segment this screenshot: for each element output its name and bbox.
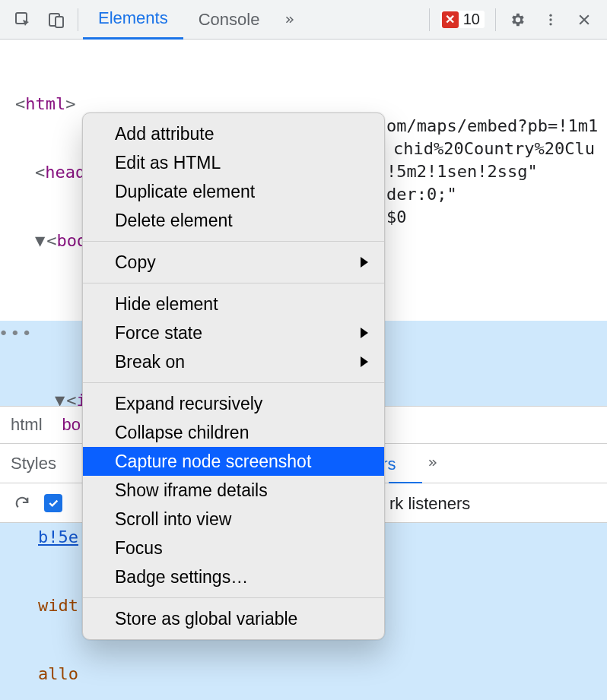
- chevron-right-icon: [360, 257, 369, 268]
- code-fragment: $0: [386, 207, 407, 226]
- menu-capture-node-screenshot[interactable]: Capture node screenshot: [83, 447, 384, 476]
- tab-elements-label: Elements: [98, 8, 168, 28]
- menu-scroll-into-view[interactable]: Scroll into view: [83, 505, 384, 534]
- reload-icon[interactable]: [11, 492, 33, 515]
- tab-styles[interactable]: Styles: [11, 444, 56, 483]
- menu-copy[interactable]: Copy: [83, 248, 384, 277]
- crumb-item[interactable]: bo: [62, 415, 81, 435]
- error-badge[interactable]: ✕ 10: [440, 11, 485, 28]
- close-icon[interactable]: [570, 6, 598, 33]
- code-fragment: !5m2!1sen!2ssg": [386, 162, 538, 181]
- error-count: 10: [463, 11, 480, 28]
- menu-duplicate-element[interactable]: Duplicate element: [83, 177, 384, 206]
- menu-force-state[interactable]: Force state: [83, 318, 384, 347]
- menu-force-state-label: Force state: [115, 323, 202, 344]
- crumb-item[interactable]: html: [11, 415, 43, 435]
- code-fragment: om/maps/embed?pb=!1m1: [386, 116, 598, 135]
- gear-icon[interactable]: [504, 6, 531, 33]
- menu-expand-recursively[interactable]: Expand recursively: [83, 389, 384, 418]
- tab-elements[interactable]: Elements: [83, 0, 183, 40]
- menu-break-on-label: Break on: [115, 352, 185, 372]
- menu-badge-settings[interactable]: Badge settings…: [83, 562, 384, 591]
- menu-collapse-children[interactable]: Collapse children: [83, 418, 384, 447]
- menu-separator: [83, 283, 384, 283]
- code-fragment: chid%20Country%20Clu: [393, 139, 595, 158]
- device-toggle-icon[interactable]: [43, 6, 70, 33]
- menu-break-on[interactable]: Break on: [83, 347, 384, 376]
- tab-console-label: Console: [199, 10, 260, 30]
- ancestors-checkbox[interactable]: [44, 494, 62, 512]
- kebab-icon[interactable]: [537, 6, 564, 33]
- menu-separator: [83, 597, 384, 598]
- svg-rect-2: [56, 17, 63, 27]
- chevron-right-icon: [360, 328, 369, 338]
- context-menu: Add attribute Edit as HTML Duplicate ele…: [82, 112, 385, 640]
- ellipsis-icon: •••: [0, 322, 33, 345]
- tab-console[interactable]: Console: [183, 0, 275, 40]
- code-fragment: der:0;": [386, 185, 457, 204]
- svg-point-3: [549, 14, 551, 16]
- framework-listeners-fragment: rk listeners: [389, 494, 470, 514]
- svg-point-4: [549, 18, 551, 21]
- menu-separator: [83, 241, 384, 242]
- menu-focus[interactable]: Focus: [83, 534, 384, 562]
- error-icon: ✕: [442, 11, 459, 28]
- menu-hide-element[interactable]: Hide element: [83, 290, 384, 318]
- more-tabs-icon[interactable]: [278, 6, 305, 33]
- menu-edit-as-html[interactable]: Edit as HTML: [83, 148, 384, 177]
- menu-add-attribute[interactable]: Add attribute: [83, 119, 384, 148]
- chevron-right-icon: [360, 356, 369, 367]
- more-tabs-icon[interactable]: [427, 455, 441, 474]
- menu-delete-element[interactable]: Delete element: [83, 206, 384, 235]
- toolbar-separator: [495, 8, 496, 31]
- menu-separator: [83, 382, 384, 383]
- toolbar-separator: [429, 8, 430, 31]
- menu-copy-label: Copy: [115, 252, 156, 273]
- devtools-toolbar: Elements Console ✕ 10: [0, 0, 607, 40]
- toolbar-separator: [78, 8, 78, 31]
- inspect-icon[interactable]: [9, 6, 37, 33]
- svg-point-5: [549, 23, 551, 25]
- menu-store-as-global[interactable]: Store as global variable: [83, 604, 384, 633]
- menu-show-iframe-details[interactable]: Show iframe details: [83, 476, 384, 505]
